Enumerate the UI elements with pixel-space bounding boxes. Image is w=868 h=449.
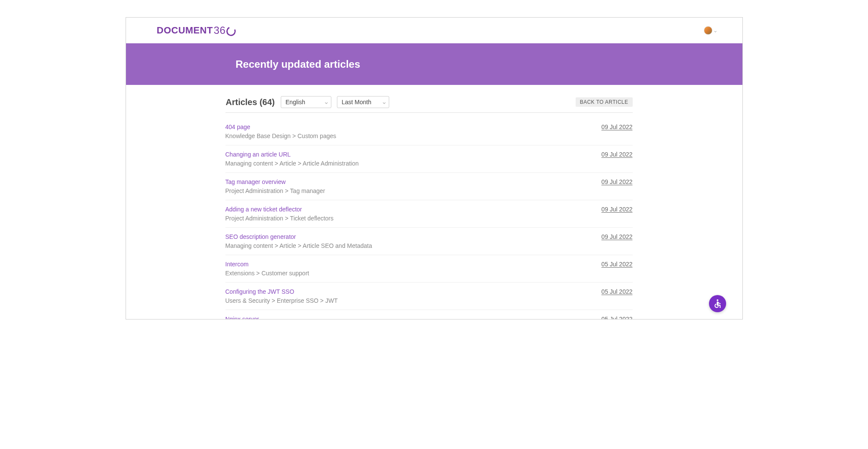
user-menu[interactable]: ⌵: [704, 26, 717, 35]
chevron-down-icon: ⌵: [714, 28, 717, 33]
page-title: Recently updated articles: [236, 58, 742, 70]
article-date[interactable]: 09 Jul 2022: [593, 233, 632, 240]
header: DOCUMENT 36 ⌵: [126, 18, 742, 43]
article-breadcrumb: Extensions > Customer support: [225, 270, 593, 277]
article-breadcrumb: Users & Security > Enterprise SSO > JWT: [225, 297, 593, 304]
article-breadcrumb: Project Administration > Ticket deflecto…: [225, 215, 593, 222]
controls-row: Articles (64) English ⌵ Last Month ⌵ BAC…: [225, 96, 633, 113]
article-left: 404 pageKnowledge Base Design > Custom p…: [225, 123, 593, 139]
avatar: [704, 26, 712, 35]
period-select[interactable]: Last Month: [337, 96, 389, 108]
svg-point-0: [717, 299, 718, 301]
article-date[interactable]: 05 Jul 2022: [593, 288, 632, 295]
article-date[interactable]: 09 Jul 2022: [593, 205, 632, 213]
articles-heading: Articles (64): [226, 97, 275, 107]
article-date[interactable]: 05 Jul 2022: [593, 315, 632, 319]
main-content: Articles (64) English ⌵ Last Month ⌵ BAC…: [126, 85, 742, 319]
article-item: 404 pageKnowledge Base Design > Custom p…: [225, 121, 633, 145]
article-list: 404 pageKnowledge Base Design > Custom p…: [225, 121, 633, 319]
article-item: Tag manager overviewProject Administrati…: [225, 173, 633, 200]
article-item: Nginx serverProject Administration > Cus…: [225, 310, 633, 319]
article-breadcrumb: Managing content > Article > Article SEO…: [225, 242, 593, 249]
article-date[interactable]: 09 Jul 2022: [593, 151, 632, 158]
article-title-link[interactable]: Configuring the JWT SSO: [225, 288, 294, 295]
article-breadcrumb: Knowledge Base Design > Custom pages: [225, 133, 593, 139]
article-title-link[interactable]: Nginx server: [225, 316, 259, 319]
article-item: IntercomExtensions > Customer support05 …: [225, 255, 633, 283]
article-left: Nginx serverProject Administration > Cus…: [225, 315, 593, 319]
articles-count: (64): [259, 97, 275, 107]
article-left: SEO description generatorManaging conten…: [225, 233, 593, 249]
article-breadcrumb: Managing content > Article > Article Adm…: [225, 160, 593, 167]
article-item: Changing an article URLManaging content …: [225, 145, 633, 173]
logo-text-2: 36: [214, 24, 226, 36]
article-left: Adding a new ticket deflectorProject Adm…: [225, 205, 593, 222]
accessibility-icon: [712, 298, 723, 309]
article-breadcrumb: Project Administration > Tag manager: [225, 187, 593, 194]
language-select[interactable]: English: [281, 96, 331, 108]
article-date[interactable]: 05 Jul 2022: [593, 260, 632, 268]
article-title-link[interactable]: 404 page: [225, 124, 250, 130]
article-left: Configuring the JWT SSOUsers & Security …: [225, 288, 593, 304]
article-title-link[interactable]: SEO description generator: [225, 233, 296, 240]
back-to-article-button[interactable]: BACK TO ARTICLE: [576, 97, 633, 107]
article-left: IntercomExtensions > Customer support: [225, 260, 593, 277]
language-select-wrap: English ⌵: [281, 96, 331, 108]
accessibility-button[interactable]: [709, 295, 726, 312]
article-left: Changing an article URLManaging content …: [225, 151, 593, 167]
article-item: Configuring the JWT SSOUsers & Security …: [225, 283, 633, 310]
article-item: Adding a new ticket deflectorProject Adm…: [225, 200, 633, 228]
article-title-link[interactable]: Intercom: [225, 261, 249, 268]
article-title-link[interactable]: Changing an article URL: [225, 151, 291, 158]
banner: Recently updated articles: [126, 43, 742, 85]
article-date[interactable]: 09 Jul 2022: [593, 123, 632, 130]
articles-label: Articles: [226, 97, 257, 107]
article-title-link[interactable]: Tag manager overview: [225, 178, 286, 185]
scroll-area[interactable]: DOCUMENT 36 ⌵ Recently updated articles …: [126, 18, 742, 319]
logo-circle-icon: [225, 25, 237, 37]
period-select-wrap: Last Month ⌵: [337, 96, 389, 108]
logo-text-1: DOCUMENT: [157, 25, 213, 36]
article-title-link[interactable]: Adding a new ticket deflector: [225, 206, 302, 213]
article-item: SEO description generatorManaging conten…: [225, 228, 633, 255]
article-left: Tag manager overviewProject Administrati…: [225, 178, 593, 194]
logo[interactable]: DOCUMENT 36: [157, 24, 236, 36]
article-date[interactable]: 09 Jul 2022: [593, 178, 632, 185]
